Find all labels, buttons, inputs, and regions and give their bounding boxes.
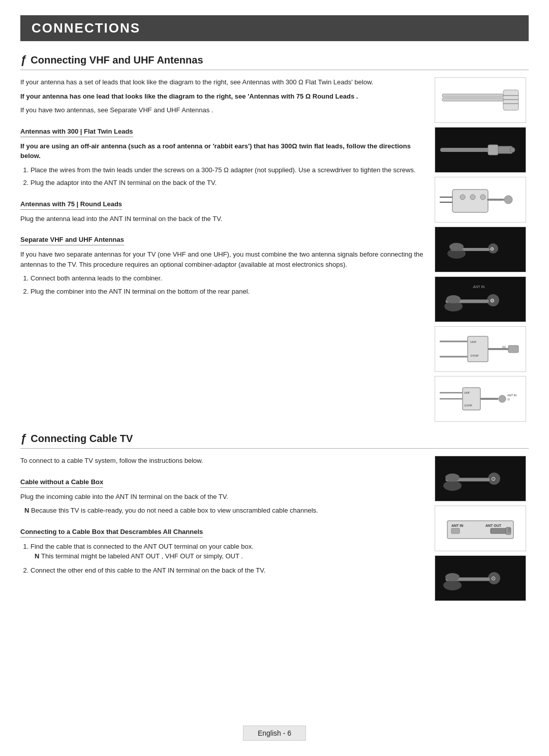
svg-rect-38 — [508, 345, 518, 353]
sub3-steps: Connect both antenna leads to the combin… — [20, 273, 424, 296]
svg-rect-13 — [452, 190, 488, 212]
sub1-title: Antennas with 300 | Flat Twin Leads — [20, 128, 133, 137]
svg-rect-7 — [488, 145, 498, 155]
section1-title-text: Connecting VHF and UHF Antennas — [30, 54, 203, 66]
svg-text:ANT OUT: ANT OUT — [485, 524, 502, 527]
svg-rect-58 — [491, 528, 506, 533]
page: CONNECTIONS ƒ Connecting VHF and UHF Ant… — [0, 0, 549, 756]
svg-text:ANT IN: ANT IN — [473, 285, 485, 289]
section1-intro3: If you have two antennas, see Separate V… — [20, 105, 424, 115]
svg-text:⊙: ⊙ — [490, 298, 494, 303]
cable-box-steps: Find the cable that is connected to the … — [20, 542, 424, 576]
sub2-title: Antennas with 75 | Round Leads — [20, 200, 122, 210]
cable-no-box-title: Cable without a Cable Box — [20, 478, 103, 488]
svg-text:⊙: ⊙ — [507, 398, 510, 401]
section-vhf-uhf: ƒ Connecting VHF and UHF Antennas If you… — [20, 53, 529, 422]
svg-text:ANT IN: ANT IN — [507, 394, 516, 397]
diagram-cable-box: ANT IN ANT OUT — [435, 506, 526, 551]
svg-point-20 — [504, 196, 512, 204]
svg-point-12 — [510, 147, 515, 152]
cable-box-title: Connecting to a Cable Box that Descrambl… — [20, 528, 203, 538]
section2-content: To connect to a cable TV system, follow … — [20, 456, 529, 601]
sub3-block: Separate VHF and UHF Antennas If you hav… — [20, 228, 424, 296]
svg-text:⊙: ⊙ — [490, 246, 494, 251]
diagram-coax-cable — [435, 127, 526, 173]
section2-left: To connect to a cable TV system, follow … — [20, 456, 435, 601]
footer-label: English - 6 — [258, 729, 291, 737]
cable-box-note1: This terminal might be labeled ANT OUT ,… — [35, 551, 424, 561]
sub3-title: Separate VHF and UHF Antennas — [20, 236, 124, 245]
cable-no-box-block: Cable without a Cable Box Plug the incom… — [20, 470, 424, 516]
section2-diagrams: ⊙ ANT IN ANT OUT — [435, 456, 529, 601]
svg-point-14 — [460, 195, 465, 200]
sub1-steps: Place the wires from the twin leads unde… — [20, 165, 424, 188]
section2-symbol: ƒ — [20, 432, 26, 445]
section-cable-tv: ƒ Connecting Cable TV To connect to a ca… — [20, 432, 529, 601]
svg-rect-0 — [442, 94, 503, 97]
cable-box-notes: This terminal might be labeled ANT OUT ,… — [30, 551, 424, 561]
cable-no-box-notes: Because this TV is cable-ready, you do n… — [20, 506, 424, 516]
svg-point-31 — [446, 295, 461, 303]
svg-point-52 — [443, 481, 462, 491]
sub1-step2: Plug the adaptor into the ANT IN termina… — [30, 178, 424, 188]
diagram-adapter — [435, 177, 526, 223]
section1-intro2-bold: If your antenna has one lead that looks … — [20, 92, 358, 100]
section2-title-text: Connecting Cable TV — [30, 433, 133, 445]
svg-point-16 — [480, 195, 485, 200]
section1-left: If your antenna has a set of leads that … — [20, 77, 435, 422]
section2-intro: To connect to a cable TV system, follow … — [20, 456, 424, 466]
section1-title: ƒ Connecting VHF and UHF Antennas — [20, 53, 529, 70]
sub1-step1: Place the wires from the twin leads unde… — [30, 165, 424, 175]
page-footer: English - 6 — [243, 726, 306, 741]
svg-rect-2 — [503, 90, 518, 110]
diagram-cable-plug: ⊙ — [435, 456, 526, 501]
svg-point-53 — [445, 474, 460, 482]
diagram-ant-in-round: ANT IN ⊙ — [435, 276, 526, 322]
cable-no-box-note1: Because this TV is cable-ready, you do n… — [24, 506, 424, 516]
section1-intro1: If your antenna has a set of leads that … — [20, 77, 424, 87]
svg-rect-1 — [442, 98, 503, 101]
svg-point-46 — [499, 395, 506, 402]
cable-no-box-body: Plug the incoming cable into the ANT IN … — [20, 492, 424, 502]
section1-content: If your antenna has a set of leads that … — [20, 77, 529, 422]
section2-title: ƒ Connecting Cable TV — [20, 432, 529, 449]
cable-box-step1: Find the cable that is connected to the … — [30, 542, 424, 561]
svg-point-66 — [443, 580, 462, 590]
sub1-body-bold: If you are using an off-air antenna (suc… — [20, 142, 411, 160]
svg-text:ANT IN: ANT IN — [451, 524, 463, 527]
sub3-step1: Connect both antenna leads to the combin… — [30, 273, 424, 284]
svg-point-15 — [470, 195, 475, 200]
sub3-body: If you have two separate antennas for yo… — [20, 249, 424, 269]
sub2-block: Antennas with 75 | Round Leads Plug the … — [20, 192, 424, 224]
section1-intro2: If your antenna has one lead that looks … — [20, 91, 424, 102]
sub1-block: Antennas with 300 | Flat Twin Leads If y… — [20, 119, 424, 188]
svg-rect-56 — [451, 528, 460, 533]
svg-text:⊙: ⊙ — [491, 575, 496, 581]
cable-box-step2: Connect the other end of this cable to t… — [30, 565, 424, 576]
svg-text:⊙VHF: ⊙VHF — [464, 404, 473, 407]
diagram-flat-cable — [435, 77, 526, 123]
diagram-combiner: UHF ⊙VHF ≡≡ — [435, 326, 526, 372]
svg-text:UHF: UHF — [464, 391, 470, 394]
diagram-ant-in-plug: ⊙ — [435, 227, 526, 272]
page-title: CONNECTIONS — [32, 20, 517, 36]
page-header: CONNECTIONS — [20, 15, 529, 41]
sub2-body: Plug the antenna lead into the ANT IN te… — [20, 214, 424, 224]
cable-box-block: Connecting to a Cable Box that Descrambl… — [20, 520, 424, 576]
svg-text:⊙VHF: ⊙VHF — [470, 354, 479, 357]
svg-point-67 — [445, 573, 460, 581]
svg-text:UHF: UHF — [470, 340, 477, 343]
svg-point-25 — [449, 243, 464, 251]
svg-text:≡≡: ≡≡ — [502, 345, 506, 349]
section1-diagrams: ⊙ ANT IN ⊙ — [435, 77, 529, 422]
sub1-body: If you are using an off-air antenna (suc… — [20, 141, 424, 161]
svg-text:⊙: ⊙ — [491, 476, 496, 482]
sub3-step2: Plug the combiner into the ANT IN termin… — [30, 287, 424, 297]
section1-symbol: ƒ — [20, 53, 26, 67]
diagram-combined-plugged: UHF ⊙VHF ANT IN ⊙ — [435, 376, 526, 422]
diagram-cable-box-tv: ⊙ — [435, 555, 526, 601]
